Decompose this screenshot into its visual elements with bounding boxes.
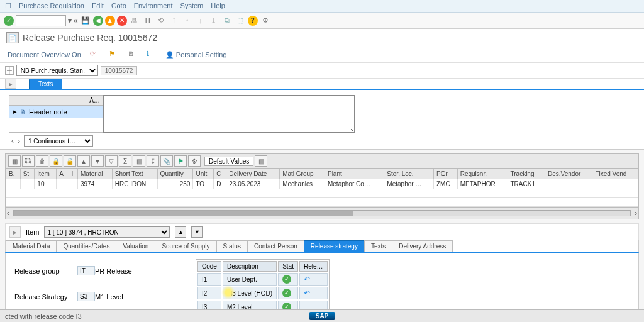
page-title: Release Purchase Req. 10015672 [23,33,157,43]
menu-env[interactable]: Environment [134,2,173,10]
save-icon[interactable]: 💾 [80,15,91,26]
new-session-icon[interactable]: ⧉ [221,15,233,26]
tab-valuation[interactable]: Valuation [116,240,155,252]
sort-desc-icon[interactable]: ▼ [91,155,104,167]
release-strategy-code: S3 [77,292,95,301]
tab-delivery[interactable]: Delivery Address [392,240,453,252]
menu-icon[interactable]: ☐ [5,2,11,10]
item-label: Item [26,228,39,236]
menu-pr[interactable]: Purchase Requisition [19,2,84,10]
text-editor[interactable] [103,95,355,133]
arrow-icon: ▸ [13,108,17,116]
header-note-row[interactable]: ▸ 🗎 Header note [9,106,103,118]
copy-icon[interactable]: ⿻ [22,155,35,167]
refresh-icon[interactable]: ⟳ [90,50,100,60]
filter-icon[interactable]: ▽ [105,155,118,167]
undo-icon[interactable]: ↶ [304,289,310,297]
doc-icon[interactable]: 🗎 [128,50,138,60]
sub-toolbar: Document Overview On ⟳ ⚑ 🗎 ℹ 👤 Personal … [0,47,644,63]
tab-source[interactable]: Source of Supply [155,240,216,252]
grid-header-row: B.StItemAIMaterialShort TextQuantityUnit… [6,169,638,179]
item-up-icon[interactable]: ▲ [175,226,186,238]
customize-icon[interactable]: ⚙ [260,15,271,26]
table-row[interactable] [6,198,638,207]
scroll-left-icon[interactable]: ‹ [7,209,9,218]
text-prev-icon[interactable]: ‹ [11,136,14,145]
table-row[interactable]: I1User Dept.✓↶ [197,273,328,286]
tab-quantities[interactable]: Quantities/Dates [56,240,116,252]
detail-tabs: Material Data Quantities/Dates Valuation… [5,240,639,253]
tree-header: A… [9,96,103,106]
first-page-icon[interactable]: ⤒ [169,15,180,26]
flag-icon[interactable]: ⚑ [109,50,119,60]
note-icon: 🗎 [19,108,26,116]
flag2-icon[interactable]: ⚑ [174,155,187,167]
menu-edit[interactable]: Edit [92,2,104,10]
lock-icon[interactable]: 🔒 [50,155,62,167]
dropdown-icon[interactable]: ▾ [68,16,72,25]
back-icon[interactable]: ◀ [93,16,103,26]
tab-release-strategy[interactable]: Release strategy [304,240,365,252]
check-icon: ✓ [282,275,291,284]
tab-contact[interactable]: Contact Person [247,240,304,252]
item-grid: B.StItemAIMaterialShort TextQuantityUnit… [5,168,639,219]
doc-type-row: ┼ NB Purch.requis. Stan… 10015672 [0,63,644,79]
find-icon[interactable]: Ħ [142,15,153,26]
header-note-label: Header note [29,108,67,116]
cancel-icon[interactable]: ✕ [117,16,127,26]
settings-icon[interactable]: ⚙ [188,155,201,167]
sum-icon[interactable]: Σ [119,155,131,167]
prev-page-icon[interactable]: ↑ [182,15,193,26]
table-row[interactable]: 103974HRC IRON250TOD23.05.2023MechanicsM… [6,179,638,189]
sort-asc-icon[interactable]: ▲ [77,155,90,167]
command-field[interactable] [16,15,66,26]
tab-texts[interactable]: Texts [29,79,62,89]
personal-setting-button[interactable]: 👤 Personal Setting [165,51,227,59]
item-down-icon[interactable]: ▼ [191,226,203,238]
info-icon[interactable]: ℹ [147,50,157,60]
attach-icon[interactable]: 📎 [160,155,173,167]
grid-toolbar: ▦ ⿻ 🗑 🔒 🔓 ▲ ▼ ▽ Σ ▤ ↧ 📎 ⚑ ⚙ Default Valu… [5,153,639,168]
release-group-label: Release group [14,267,77,275]
unlock-icon[interactable]: 🔓 [64,155,76,167]
collapse-icon[interactable]: ▸ [5,79,16,89]
table-row[interactable]: I2M3 Level (HOD)✓↶ [197,287,328,299]
undo-icon[interactable]: ↶ [304,275,310,284]
scroll-right-icon[interactable]: › [635,209,637,218]
table-row[interactable] [6,189,638,198]
next-page-icon[interactable]: ↓ [195,15,206,26]
item-expand-icon[interactable]: ▸ [9,226,21,238]
exit-icon[interactable]: ▲ [105,16,115,26]
export-icon[interactable]: ↧ [147,155,159,167]
prev-icon[interactable]: « [74,16,78,25]
detail-icon[interactable]: ▦ [8,155,21,167]
menubar: ☐ Purchase Requisition Edit Goto Environ… [0,0,644,13]
tab-texts-detail[interactable]: Texts [364,240,392,252]
menu-system[interactable]: System [180,2,204,10]
last-page-icon[interactable]: ⤓ [208,15,219,26]
delete-icon[interactable]: 🗑 [36,155,48,167]
menu-help[interactable]: Help [211,2,225,10]
hierarchy-icon[interactable]: ┼ [5,66,14,75]
item-select[interactable]: 1 [ 10 ] 3974 , HRC IRON [44,226,170,238]
tab-status[interactable]: Status [216,240,248,252]
check-icon: ✓ [282,289,291,297]
text-format-select[interactable]: 1 Continuous-t… [24,135,93,147]
horizontal-scrollbar[interactable] [13,210,631,216]
find-next-icon[interactable]: ⟲ [155,15,167,26]
release-group-code: IT [77,266,95,275]
release-strategy-text: M1 Level [95,293,170,301]
doc-overview-button[interactable]: Document Overview On [8,51,81,58]
layout-icon[interactable]: ▤ [133,155,145,167]
doc-type-select[interactable]: NB Purch.requis. Stan… [16,65,98,76]
menu-goto[interactable]: Goto [111,2,126,10]
print-icon[interactable]: 🖶 [129,15,140,26]
enter-icon[interactable]: ✓ [4,16,14,26]
default-values-button[interactable]: Default Values [204,157,253,166]
help-icon[interactable]: ? [248,16,258,26]
text-next-icon[interactable]: › [18,136,20,145]
texts-tab-strip: ▸ Texts [0,79,644,90]
dv-more-icon[interactable]: ▤ [255,155,267,167]
shortcut-icon[interactable]: ⬚ [235,15,246,26]
tab-material-data[interactable]: Material Data [6,240,57,252]
